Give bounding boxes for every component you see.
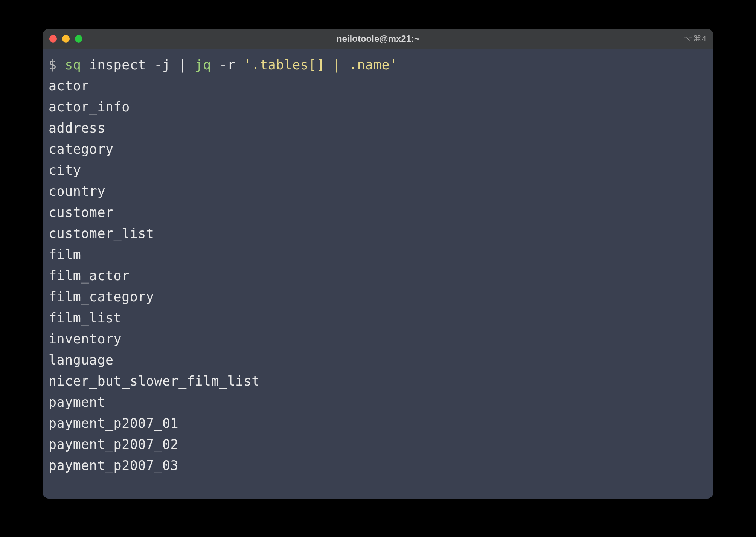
output-line: film_category [49, 286, 707, 307]
cmd-string: '.tables[] | .name' [244, 57, 398, 72]
output-line: address [49, 117, 707, 139]
output-line: customer_list [49, 223, 707, 244]
minimize-button[interactable] [62, 35, 70, 43]
output-line: payment_p2007_03 [49, 455, 707, 476]
output-line: customer [49, 202, 707, 223]
output-container: actoractor_infoaddresscategorycitycountr… [49, 75, 707, 476]
prompt-symbol: $ [49, 57, 57, 72]
traffic-lights [49, 35, 82, 43]
terminal-body[interactable]: $ sq inspect -j | jq -r '.tables[] | .na… [43, 49, 713, 499]
output-line: nicer_but_slower_film_list [49, 371, 707, 392]
maximize-button[interactable] [75, 35, 82, 43]
output-line: country [49, 181, 707, 202]
cmd-sq: sq [65, 57, 81, 72]
output-line: category [49, 139, 707, 160]
output-line: film [49, 244, 707, 265]
output-line: film_list [49, 307, 707, 328]
cmd-args-1: inspect -j | [81, 57, 195, 72]
cmd-jq: jq [195, 57, 211, 72]
output-line: actor_info [49, 96, 707, 117]
close-button[interactable] [49, 35, 57, 43]
output-line: actor [49, 75, 707, 96]
command-line: $ sq inspect -j | jq -r '.tables[] | .na… [49, 54, 707, 75]
output-line: payment [49, 392, 707, 413]
titlebar: neilotoole@mx21:~ ⌥⌘4 [43, 29, 713, 49]
output-line: inventory [49, 328, 707, 349]
output-line: city [49, 160, 707, 181]
window-title: neilotoole@mx21:~ [337, 34, 419, 44]
output-line: payment_p2007_01 [49, 413, 707, 434]
shortcut-hint: ⌥⌘4 [683, 34, 707, 44]
cmd-args-2: -r [211, 57, 243, 72]
terminal-window: neilotoole@mx21:~ ⌥⌘4 $ sq inspect -j | … [43, 29, 713, 499]
output-line: film_actor [49, 265, 707, 286]
output-line: language [49, 349, 707, 371]
output-line: payment_p2007_02 [49, 434, 707, 455]
